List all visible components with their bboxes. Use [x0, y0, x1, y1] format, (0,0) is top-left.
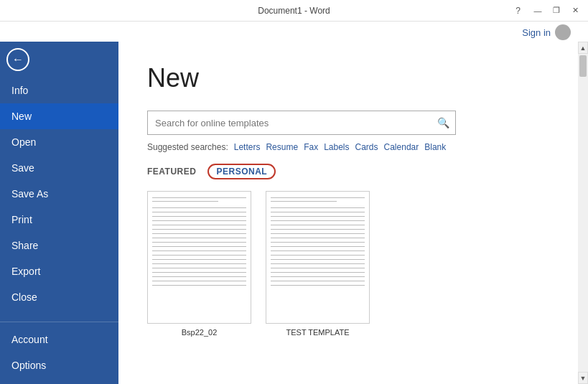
suggest-labels[interactable]: Labels [324, 142, 349, 152]
templates-grid: Bsp22_02 [147, 191, 549, 337]
sidebar-bottom: Account Options [0, 317, 118, 384]
sidebar-item-close[interactable]: Close [0, 284, 118, 310]
content-area: New 🔍 Suggested searches: Letters Resume… [118, 42, 578, 384]
sidebar-item-save-as[interactable]: Save As [0, 181, 118, 207]
scroll-thumb[interactable] [579, 55, 587, 77]
template-thumb-test [266, 191, 370, 324]
sidebar-item-open[interactable]: Open [0, 129, 118, 155]
scroll-track[interactable] [578, 54, 588, 372]
search-bar: 🔍 [147, 111, 456, 135]
suggest-calendar[interactable]: Calendar [384, 142, 419, 152]
titlebar-minimize[interactable]: — [531, 4, 545, 18]
sidebar-item-print[interactable]: Print [0, 207, 118, 233]
sidebar-item-save[interactable]: Save [0, 155, 118, 181]
tabs-row: FEATURED PERSONAL [147, 164, 549, 179]
sidebar-divider [0, 322, 118, 322]
titlebar-help[interactable]: ? [515, 6, 521, 16]
suggest-resume[interactable]: Resume [266, 142, 298, 152]
suggest-letters[interactable]: Letters [234, 142, 261, 152]
search-input[interactable] [148, 118, 431, 128]
avatar [555, 24, 571, 40]
page-title: New [147, 63, 549, 93]
tab-featured[interactable]: FEATURED [147, 167, 196, 177]
sidebar-item-share[interactable]: Share [0, 233, 118, 258]
scroll-up-button[interactable]: ▲ [578, 42, 588, 54]
sidebar-item-account[interactable]: Account [0, 327, 118, 352]
titlebar-close[interactable]: ✕ [568, 4, 582, 18]
signin-button[interactable]: Sign in [522, 27, 551, 38]
sidebar-item-new[interactable]: New [0, 103, 118, 129]
tab-personal[interactable]: PERSONAL [207, 164, 276, 179]
sidebar: ← Info New Open Save Save As Print Share [0, 42, 118, 384]
suggested-searches: Suggested searches: Letters Resume Fax L… [147, 142, 549, 152]
titlebar-restore[interactable]: ❐ [549, 4, 564, 18]
template-name-test: TEST TEMPLATE [286, 328, 349, 337]
template-name-bsp22: Bsp22_02 [182, 328, 218, 337]
template-card-bsp22[interactable]: Bsp22_02 [147, 191, 251, 337]
titlebar-title: Document1 - Word [258, 6, 330, 16]
scroll-down-button[interactable]: ▼ [578, 372, 588, 384]
sidebar-item-info[interactable]: Info [0, 78, 118, 103]
suggested-label: Suggested searches: [147, 142, 228, 152]
back-arrow-icon: ← [6, 48, 29, 71]
sidebar-item-export[interactable]: Export [0, 258, 118, 284]
search-icon: 🔍 [437, 117, 449, 128]
scrollbar: ▲ ▼ [578, 42, 588, 384]
template-card-test[interactable]: TEST TEMPLATE [266, 191, 370, 337]
search-button[interactable]: 🔍 [431, 111, 455, 134]
titlebar: Document1 - Word ? — ❐ ✕ [0, 0, 588, 22]
sidebar-item-options[interactable]: Options [0, 352, 118, 378]
sidebar-nav: Info New Open Save Save As Print Share E… [0, 78, 118, 317]
suggest-blank[interactable]: Blank [424, 142, 446, 152]
back-button[interactable]: ← [0, 42, 36, 78]
suggest-fax[interactable]: Fax [304, 142, 318, 152]
suggest-cards[interactable]: Cards [355, 142, 378, 152]
template-thumb-bsp22 [147, 191, 251, 324]
